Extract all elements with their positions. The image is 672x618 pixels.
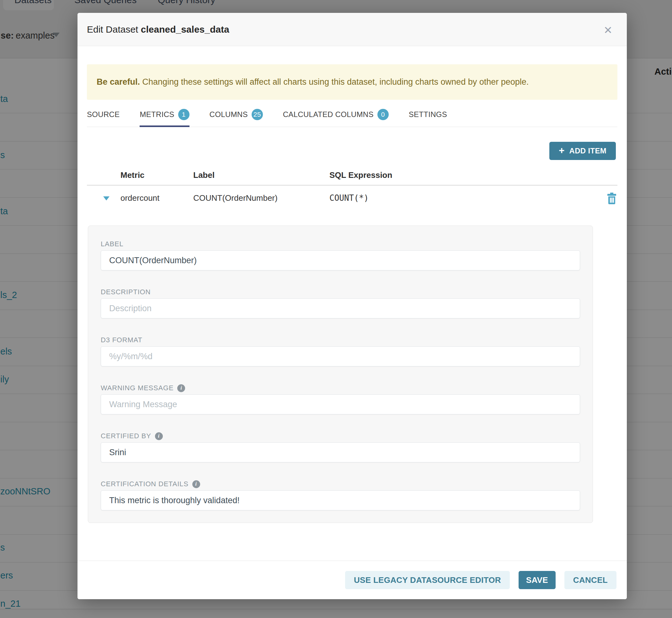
modal-title: Edit Dataset cleaned_sales_data xyxy=(87,13,229,46)
plus-icon: + xyxy=(559,145,564,155)
add-item-button[interactable]: + ADD ITEM xyxy=(549,142,616,160)
delete-metric-button[interactable] xyxy=(606,193,617,205)
column-header-label: Label xyxy=(193,170,215,180)
field-label-text: WARNING MESSAGE xyxy=(101,384,174,392)
metric-sql-cell[interactable]: COUNT(*) xyxy=(329,193,369,203)
form-field: DESCRIPTION i xyxy=(101,288,580,318)
close-icon[interactable]: ✕ xyxy=(601,23,615,37)
tab-settings[interactable]: SETTINGS xyxy=(409,107,447,127)
form-field: LABEL i xyxy=(101,240,580,271)
column-header-metric: Metric xyxy=(120,170,145,180)
d3-format-input[interactable] xyxy=(101,346,580,367)
tab-label: COLUMNS xyxy=(210,110,248,119)
metrics-table-header: Metric Label SQL Expression xyxy=(87,168,617,186)
modal-footer: USE LEGACY DATASOURCE EDITOR SAVE CANCEL xyxy=(78,560,627,599)
field-label: DESCRIPTION i xyxy=(101,288,580,296)
tab-count-badge: 1 xyxy=(178,109,189,120)
tab-count-badge: 0 xyxy=(377,109,389,120)
metric-detail-panel: LABEL i DESCRIPTION i D3 FORMAT i WARNIN… xyxy=(88,225,593,523)
field-label-text: D3 FORMAT xyxy=(101,336,142,344)
field-label: WARNING MESSAGE i xyxy=(101,384,580,393)
edit-dataset-modal: Edit Dataset cleaned_sales_data ✕ Be car… xyxy=(78,13,627,599)
form-field: CERTIFICATION DETAILS i xyxy=(101,480,580,510)
warning-banner-bold: Be careful. xyxy=(97,77,140,87)
warning-banner-text: Changing these settings will affect all … xyxy=(140,77,529,87)
tab-label: SETTINGS xyxy=(409,110,447,119)
metric-table-row: ordercount COUNT(OrderNumber) COUNT(*) xyxy=(87,190,617,208)
use-legacy-datasource-editor-button[interactable]: USE LEGACY DATASOURCE EDITOR xyxy=(345,571,510,589)
modal-header: Edit Dataset cleaned_sales_data ✕ xyxy=(78,13,627,46)
description-input[interactable] xyxy=(101,298,580,318)
metric-name-cell[interactable]: ordercount xyxy=(120,193,159,203)
modal-title-prefix: Edit Dataset xyxy=(87,24,141,34)
certification-details-input[interactable] xyxy=(101,490,580,510)
modal-title-dataset-name: cleaned_sales_data xyxy=(141,24,229,34)
save-button[interactable]: SAVE xyxy=(518,571,556,589)
info-icon[interactable]: i xyxy=(177,384,185,392)
warning-message-input[interactable] xyxy=(101,394,580,414)
tab-columns[interactable]: COLUMNS 25 xyxy=(210,107,263,127)
form-field: WARNING MESSAGE i xyxy=(101,384,580,414)
info-icon[interactable]: i xyxy=(155,432,163,440)
metric-label-cell[interactable]: COUNT(OrderNumber) xyxy=(193,193,278,203)
field-label: D3 FORMAT i xyxy=(101,336,580,344)
label-input[interactable] xyxy=(101,250,580,271)
tab-count-badge: 25 xyxy=(252,109,263,120)
tab-label: CALCULATED COLUMNS xyxy=(283,110,374,119)
field-label: CERTIFIED BY i xyxy=(101,432,580,440)
field-label-text: CERTIFIED BY xyxy=(101,432,151,440)
form-field: D3 FORMAT i xyxy=(101,336,580,367)
collapse-caret-icon[interactable] xyxy=(103,196,109,200)
certified-by-input[interactable] xyxy=(101,442,580,462)
tab-source[interactable]: SOURCE xyxy=(87,107,119,127)
field-label: CERTIFICATION DETAILS i xyxy=(101,480,580,489)
tab-label: METRICS xyxy=(139,110,174,119)
modal-tabs: SOURCE METRICS 1 COLUMNS 25 CALCULATED C… xyxy=(87,107,617,127)
column-header-sql-expression: SQL Expression xyxy=(329,170,392,180)
add-item-label: ADD ITEM xyxy=(569,146,606,155)
info-icon[interactable]: i xyxy=(192,480,200,488)
field-label-text: DESCRIPTION xyxy=(101,288,151,296)
tab-metrics[interactable]: METRICS 1 xyxy=(139,107,189,127)
cancel-button[interactable]: CANCEL xyxy=(564,571,616,589)
form-field: CERTIFIED BY i xyxy=(101,432,580,462)
warning-banner: Be careful. Changing these settings will… xyxy=(87,64,617,100)
field-label: LABEL i xyxy=(101,240,580,248)
trash-icon xyxy=(606,193,617,205)
field-label-text: CERTIFICATION DETAILS xyxy=(101,480,189,488)
tab-calculated-columns[interactable]: CALCULATED COLUMNS 0 xyxy=(283,107,389,127)
tab-label: SOURCE xyxy=(87,110,119,119)
field-label-text: LABEL xyxy=(101,240,124,248)
